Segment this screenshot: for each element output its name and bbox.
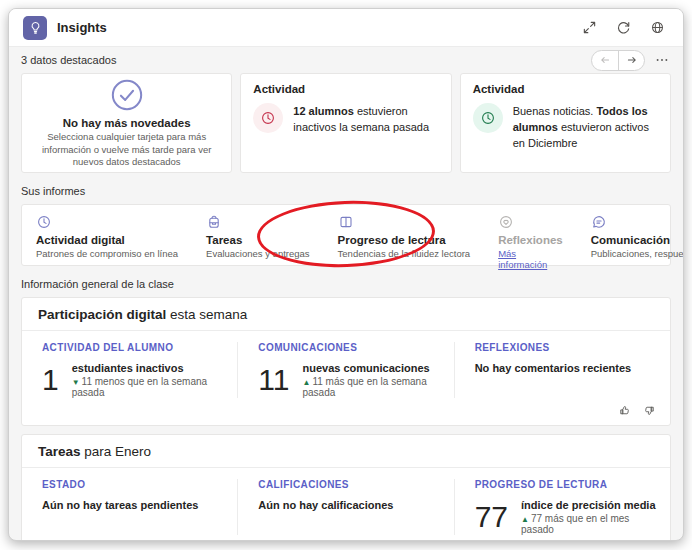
activity-card-label: Actividad <box>473 83 658 95</box>
inactive-students-count: 1 <box>42 365 59 395</box>
report-digital-activity[interactable]: Actividad digital Patrones de compromiso… <box>22 214 192 255</box>
globe-icon[interactable] <box>645 16 669 40</box>
report-assignments[interactable]: Tareas Evaluaciones y entregas <box>192 214 324 255</box>
reports-section-label: Sus informes <box>21 185 85 197</box>
insights-lightbulb-icon <box>23 16 47 40</box>
new-communications-count: 11 <box>258 365 289 395</box>
clock-alert-icon <box>253 103 283 133</box>
trend-down-icon: ▼ <box>72 378 80 387</box>
open-book-icon <box>338 214 471 230</box>
insights-window: Insights 3 datos destacados <box>8 8 684 541</box>
app-title: Insights <box>57 20 107 35</box>
digital-participation-panel: Participación digital esta semana ACTIVI… <box>21 297 671 426</box>
chat-bubble-icon <box>591 214 684 230</box>
no-news-title: No hay más novedades <box>63 117 191 129</box>
trend-up-icon: ▲ <box>521 515 529 524</box>
accuracy-rate-value: 77 <box>475 502 508 532</box>
more-options-icon[interactable] <box>653 51 671 69</box>
assignments-panel-title: Tareas para Enero <box>22 435 670 468</box>
communications-stat: COMUNICACIONES 11 nuevas comunicaciones … <box>237 342 453 398</box>
status-stat: ESTADO Aún no hay tareas pendientes <box>22 479 237 535</box>
reflections-stat: REFLEXIONES No hay comentarios recientes <box>454 342 670 398</box>
trend-up-icon: ▲ <box>302 378 310 387</box>
previous-arrow-button[interactable] <box>592 51 618 70</box>
class-overview-section-label: Información general de la clase <box>21 278 174 290</box>
assignments-panel: Tareas para Enero ESTADO Aún no hay tare… <box>21 434 671 541</box>
clock-positive-icon <box>473 103 503 133</box>
activity-card-label: Actividad <box>253 83 438 95</box>
window-header: Insights <box>9 9 683 47</box>
refresh-icon[interactable] <box>611 16 635 40</box>
insights-body: 3 datos destacados <box>9 50 683 541</box>
heart-circle-icon <box>498 214 563 230</box>
highlights-section-label: 3 datos destacados <box>21 54 116 66</box>
inactive-students-text: 12 alumnos estuvieron inactivos la seman… <box>293 103 438 136</box>
clock-icon <box>36 214 178 230</box>
report-reflections[interactable]: Reflexiones Más información <box>484 214 577 255</box>
grades-stat: CALIFICACIONES Aún no hay calificaciones <box>237 479 453 535</box>
highlight-card-no-news[interactable]: No hay más novedades Selecciona cualquie… <box>21 73 232 173</box>
thumbs-up-icon[interactable] <box>618 404 631 417</box>
report-communication[interactable]: Comunicación Publicaciones, respuestas, … <box>577 214 684 255</box>
student-activity-stat: ACTIVIDAD DEL ALUMNO 1 estudiantes inact… <box>22 342 237 398</box>
all-active-text: Buenas noticias. Todos los alumnos estuv… <box>513 103 658 152</box>
expand-icon[interactable] <box>577 16 601 40</box>
participation-panel-title: Participación digital esta semana <box>22 298 670 331</box>
highlights-pager <box>591 50 645 71</box>
report-reading-progress[interactable]: Progreso de lectura Tendencias de la flu… <box>324 214 485 255</box>
checkmark-circle-icon <box>109 77 145 113</box>
highlight-card-all-active[interactable]: Actividad Buenas noticias. Todos los alu… <box>460 73 671 173</box>
no-news-description: Selecciona cualquier tarjeta para más in… <box>34 131 219 169</box>
highlight-card-inactive-students[interactable]: Actividad 12 alumnos estuvieron inactivo… <box>240 73 451 173</box>
thumbs-down-icon[interactable] <box>643 404 656 417</box>
reports-card: Actividad digital Patrones de compromiso… <box>21 204 671 266</box>
next-arrow-button[interactable] <box>618 51 644 70</box>
reading-progress-stat: PROGRESO DE LECTURA 77 índice de precisi… <box>454 479 670 535</box>
backpack-icon <box>206 214 310 230</box>
reflections-more-info-link[interactable]: Más información <box>498 248 563 270</box>
